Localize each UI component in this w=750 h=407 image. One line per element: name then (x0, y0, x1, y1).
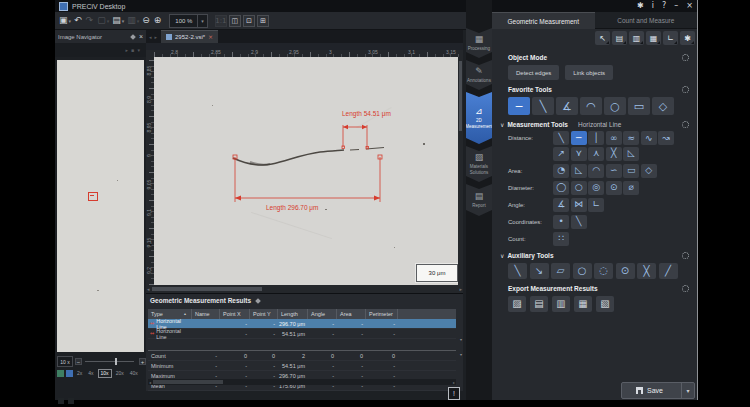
magnification-button[interactable]: 10x (98, 369, 112, 378)
save-button[interactable]: Save ▾ (621, 382, 695, 399)
scrollbar-thumb[interactable] (152, 287, 262, 291)
polygon-area[interactable]: ◺ (571, 164, 587, 178)
fullscreen[interactable]: ⊞ (257, 15, 269, 27)
column-name[interactable]: Name (192, 309, 220, 319)
column-length[interactable]: Length (278, 309, 308, 319)
concentric-circles[interactable]: ◎ (588, 181, 604, 195)
document-tab[interactable]: 2952-2.vsi* × (161, 30, 218, 43)
dropdown-chevron-icon[interactable]: ▾ (137, 18, 140, 24)
copy[interactable]: ▤ (112, 16, 121, 25)
horizontal-scrollbar[interactable]: ◂ ▸ (146, 285, 463, 293)
horizontal-line[interactable]: ─ (508, 97, 530, 115)
measurement-296[interactable] (233, 155, 382, 202)
column-point-x[interactable]: Point X (220, 309, 250, 319)
arbitrary-line[interactable]: ╲ (553, 131, 569, 145)
results-alert-icon[interactable]: ! (448, 387, 460, 400)
fit-width[interactable]: ◫ (229, 15, 241, 27)
pin-icon[interactable] (255, 298, 261, 304)
settings[interactable]: ✱ (637, 2, 644, 10)
export-to-file[interactable]: ▧ (596, 296, 614, 312)
section-settings-icon[interactable] (682, 285, 689, 292)
closed-spline-area[interactable]: ◠ (588, 164, 604, 178)
aux-rotation[interactable]: ◌ (594, 263, 613, 279)
close-panel-icon[interactable]: × (139, 33, 143, 40)
horizontal-line[interactable]: ─ (571, 131, 587, 145)
column-angle[interactable]: Angle (308, 309, 337, 319)
angle-3-points[interactable]: ∡ (553, 198, 569, 212)
export-to-csv[interactable]: ▤ (530, 296, 548, 312)
image-canvas[interactable]: Length 54.51 μm Length 296.70 μm 30 μm (154, 57, 458, 285)
tab-scroll-right-icon[interactable]: ▸ (155, 34, 158, 40)
aux-ellipse[interactable]: ○ (573, 263, 592, 279)
scrollbar-thumb[interactable] (459, 61, 462, 131)
measurement-label-large[interactable]: Length 296.70 μm (266, 204, 319, 212)
fit-to-screen[interactable]: ⊡ (243, 15, 255, 27)
snapshot[interactable]: ▢ (97, 16, 106, 25)
save-objects[interactable]: ▦ (646, 31, 661, 45)
aux-arrow[interactable]: ↘ (530, 263, 549, 279)
zoom-in[interactable]: ⊕ (154, 16, 162, 25)
tab-scroll-left-icon[interactable]: ◂ (149, 34, 152, 40)
measurement-54[interactable] (342, 125, 368, 149)
line-to-point[interactable]: ⋏ (588, 147, 604, 161)
report[interactable]: ▤ Report (466, 184, 492, 216)
options[interactable]: ✱ (680, 31, 695, 45)
section-settings-icon[interactable] (682, 86, 689, 93)
measurement-label-small[interactable]: Length 54.51 μm (342, 110, 391, 118)
navigator-tool-icon[interactable]: ▾ (137, 47, 140, 53)
zoom-increase-button[interactable]: + (139, 358, 146, 365)
collapse-icon[interactable]: ∨ (500, 252, 504, 259)
magnification-button[interactable]: 20x (114, 370, 126, 377)
scroll-right-icon[interactable]: ▸ (459, 286, 462, 292)
close-tab-icon[interactable]: × (208, 34, 213, 40)
navigator-tool-icon[interactable]: ▸ (126, 47, 129, 53)
vertical-line[interactable]: │ (588, 131, 604, 145)
overview-icon[interactable] (57, 370, 64, 377)
open-image[interactable]: ▣ (59, 16, 68, 25)
scroll-down-icon[interactable]: ▾ (460, 337, 462, 342)
zoom-level-select[interactable]: 100 % ▾ (169, 14, 208, 28)
2d-measurement[interactable]: ⊿ 2D Measurement (466, 92, 492, 144)
freehand-area[interactable]: ∽ (606, 164, 622, 178)
paste[interactable]: ▥ (127, 16, 136, 25)
annotations[interactable]: ✎ Annotations (466, 60, 492, 90)
right-angle[interactable]: ∟ (588, 198, 604, 212)
scroll-down-icon[interactable]: ▾ (460, 352, 462, 357)
close[interactable]: × (686, 2, 693, 10)
column-point-y[interactable]: Point Y (250, 309, 278, 319)
arrow-line[interactable]: ↗ (553, 147, 569, 161)
navigator-thumbnail[interactable] (57, 60, 144, 352)
magnification-button[interactable]: 40x (128, 370, 140, 377)
measure-corner[interactable]: ∟ (663, 31, 678, 45)
processing[interactable]: ▦ Processing (466, 28, 492, 58)
scroll-left-icon[interactable]: ◂ (147, 286, 150, 292)
result-row[interactable]: ↔Horizontal Line - - 296.70 μm - - - (148, 319, 456, 329)
actual-size[interactable]: 1:1 (215, 15, 227, 27)
dropdown-chevron-icon[interactable]: ▾ (69, 18, 72, 24)
ellipse[interactable]: ○ (604, 97, 626, 115)
object-mode-button[interactable]: Detect edges (508, 65, 559, 80)
dropdown-chevron-icon[interactable]: ▾ (107, 18, 110, 24)
save-options-chevron-icon[interactable]: ▾ (682, 387, 694, 394)
section-settings-icon[interactable] (682, 121, 689, 128)
curve-length[interactable]: ↝ (658, 131, 674, 145)
zoom-slider[interactable] (85, 361, 134, 362)
two-lines[interactable]: ╳ (606, 147, 622, 161)
aux-line[interactable]: ╲ (508, 263, 527, 279)
export-to-workbook[interactable]: ▦ (574, 296, 592, 312)
diameter-line[interactable]: ⌀ (623, 181, 639, 195)
magnification-button[interactable]: 2x (75, 370, 84, 377)
spline[interactable]: ∿ (641, 131, 657, 145)
dropdown-chevron-icon[interactable]: ▾ (122, 18, 125, 24)
copy-objects[interactable]: ▤ (612, 31, 627, 45)
section-settings-icon[interactable] (682, 252, 689, 259)
three-point-distance[interactable]: ⋎ (571, 147, 587, 161)
info[interactable]: i (652, 2, 654, 10)
navigator-mode-icon[interactable] (66, 370, 73, 377)
aux-circle-center[interactable]: ⊙ (616, 263, 635, 279)
undo[interactable]: ↶ (74, 16, 82, 25)
aux-cross[interactable]: ╳ (637, 263, 656, 279)
results-horizontal-scrollbar[interactable]: ◂ ▸ (148, 379, 456, 385)
zoom-slider-thumb[interactable] (115, 358, 117, 365)
fitted-circle[interactable]: ⊙ (606, 181, 622, 195)
